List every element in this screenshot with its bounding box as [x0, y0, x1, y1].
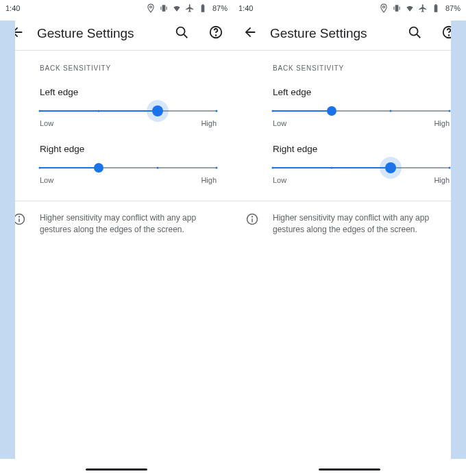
left-edge-slider[interactable]: Left edge Low High [40, 87, 217, 127]
status-icons: 87% [379, 3, 461, 13]
svg-point-25 [252, 216, 253, 217]
slider-label: Left edge [40, 87, 217, 97]
svg-rect-15 [393, 7, 394, 10]
slider-thumb[interactable] [327, 106, 336, 116]
battery-icon [198, 3, 208, 13]
page-title: Gesture Settings [270, 26, 388, 41]
back-sensitivity-section: BACK SENSITIVITY Left edge Low High Righ… [0, 51, 233, 184]
battery-pct: 87% [212, 4, 228, 12]
svg-point-6 [177, 27, 185, 35]
battery-pct: 87% [445, 4, 461, 12]
svg-rect-17 [434, 5, 438, 12]
slider-low-label: Low [273, 176, 286, 184]
search-icon [407, 25, 422, 40]
phone-right: 1:40 87% Gesture Settings BACK SENSITIVI… [233, 0, 466, 476]
battery-icon [431, 3, 441, 13]
svg-rect-14 [395, 5, 399, 11]
svg-line-20 [417, 34, 420, 38]
slider-thumb[interactable] [152, 105, 163, 116]
location-icon [146, 3, 156, 13]
info-icon [245, 212, 259, 226]
slider-low-label: Low [40, 176, 53, 184]
svg-point-22 [449, 35, 450, 36]
svg-rect-3 [166, 7, 167, 10]
slider-thumb[interactable] [94, 163, 103, 173]
slider-high-label: High [201, 119, 217, 127]
vibrate-icon [392, 3, 402, 13]
svg-rect-16 [399, 7, 400, 10]
app-bar: Gesture Settings [0, 16, 233, 51]
airplane-icon [185, 3, 195, 13]
slider-label: Right edge [40, 144, 217, 154]
slider-track[interactable] [40, 107, 217, 115]
status-clock: 1:40 [5, 4, 20, 12]
right-edge-slider[interactable]: Right edge Low High [40, 144, 217, 184]
search-button[interactable] [407, 25, 422, 42]
edge-highlight-right [451, 21, 466, 459]
status-bar: 1:40 87% [233, 0, 466, 16]
svg-point-0 [150, 6, 152, 8]
airplane-icon [418, 3, 428, 13]
app-bar: Gesture Settings [233, 16, 466, 51]
slider-low-label: Low [40, 119, 53, 127]
svg-point-13 [383, 6, 385, 8]
slider-label: Right edge [273, 144, 450, 154]
svg-rect-5 [202, 4, 204, 5]
search-button[interactable] [174, 25, 189, 42]
svg-rect-18 [435, 4, 437, 5]
location-icon [379, 3, 389, 13]
wifi-icon [172, 3, 182, 13]
svg-point-12 [19, 216, 20, 217]
right-edge-slider[interactable]: Right edge Low High [273, 144, 450, 184]
gesture-nav-bar[interactable] [319, 468, 380, 471]
slider-high-label: High [434, 176, 450, 184]
search-icon [174, 25, 189, 40]
svg-rect-1 [162, 5, 166, 11]
info-row: Higher sensitivity may conflict with any… [0, 201, 233, 236]
svg-line-7 [184, 34, 187, 38]
slider-high-label: High [201, 176, 217, 184]
phone-left: 1:40 87% Gesture Settings BACK SENSITIVI… [0, 0, 233, 476]
svg-point-9 [216, 35, 217, 36]
arrow-back-icon [243, 25, 258, 40]
info-row: Higher sensitivity may conflict with any… [233, 201, 466, 236]
svg-rect-4 [201, 5, 205, 12]
status-clock: 1:40 [238, 4, 253, 12]
vibrate-icon [159, 3, 169, 13]
left-edge-slider[interactable]: Left edge Low High [273, 87, 450, 127]
svg-point-19 [410, 27, 418, 35]
slider-track[interactable] [40, 164, 217, 172]
section-header: BACK SENSITIVITY [273, 64, 450, 72]
status-icons: 87% [146, 3, 228, 13]
slider-track[interactable] [273, 164, 450, 172]
status-bar: 1:40 87% [0, 0, 233, 16]
help-icon [208, 25, 223, 40]
svg-rect-2 [160, 7, 161, 10]
back-sensitivity-section: BACK SENSITIVITY Left edge Low High Righ… [233, 51, 466, 184]
info-text: Higher sensitivity may conflict with any… [40, 212, 217, 236]
slider-thumb[interactable] [385, 162, 396, 173]
info-text: Higher sensitivity may conflict with any… [273, 212, 450, 236]
slider-track[interactable] [273, 107, 450, 115]
edge-highlight-left [0, 21, 15, 459]
gesture-nav-bar[interactable] [86, 468, 147, 471]
back-button[interactable] [243, 25, 258, 42]
help-button[interactable] [208, 25, 223, 42]
slider-low-label: Low [273, 119, 286, 127]
wifi-icon [405, 3, 415, 13]
section-header: BACK SENSITIVITY [40, 64, 217, 72]
page-title: Gesture Settings [37, 26, 155, 41]
slider-high-label: High [434, 119, 450, 127]
slider-label: Left edge [273, 87, 450, 97]
